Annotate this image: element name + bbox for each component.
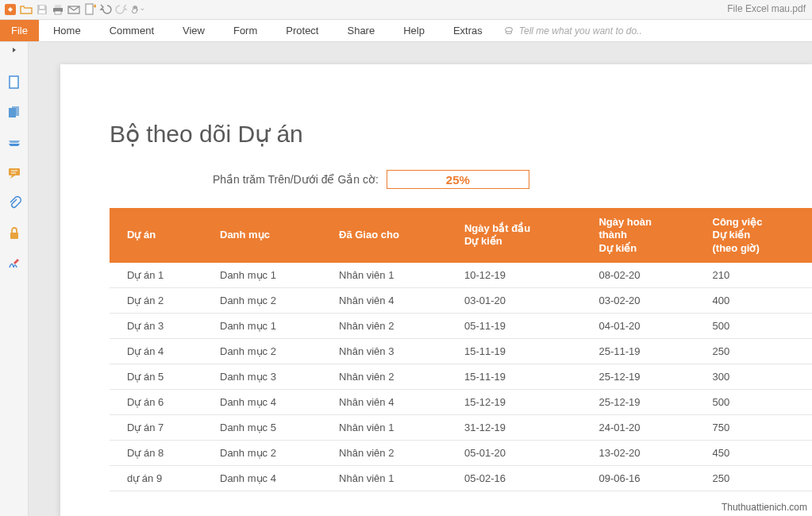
table-cell: 31-12-19 — [455, 414, 589, 440]
comment-panel-icon[interactable] — [6, 164, 23, 182]
table-row: Dự án 8Danh mục 2Nhân viên 205-01-2013-0… — [110, 440, 812, 465]
table-cell: Nhân viên 1 — [329, 414, 455, 440]
table-cell: 05-02-16 — [455, 465, 589, 491]
multipage-panel-icon[interactable] — [6, 104, 23, 121]
table-row: Dự án 7Danh mục 5Nhân viên 131-12-1924-0… — [110, 414, 812, 440]
signature-panel-icon[interactable] — [6, 255, 23, 272]
save-icon[interactable] — [35, 2, 49, 17]
email-icon[interactable] — [67, 2, 81, 17]
percent-flag-row: Phần trăm Trên/Dưới để Gắn cờ: 25% — [213, 170, 812, 189]
open-icon[interactable] — [19, 2, 33, 17]
table-cell: Nhân viên 4 — [329, 389, 455, 414]
table-cell: 13-02-20 — [589, 440, 702, 465]
undo-icon[interactable] — [98, 2, 113, 17]
tab-help[interactable]: Help — [389, 20, 439, 41]
redo-icon[interactable] — [114, 2, 129, 17]
file-tab[interactable]: File — [0, 20, 39, 41]
page-panel-icon[interactable] — [6, 74, 23, 91]
table-cell: Dự án 8 — [110, 440, 210, 465]
table-row: Dự án 2Danh mục 2Nhân viên 403-01-2003-0… — [110, 287, 812, 313]
table-cell: 400 — [703, 287, 813, 313]
table-cell: 10-12-19 — [455, 263, 589, 288]
table-cell: Nhân viên 1 — [329, 465, 455, 491]
table-cell: Nhân viên 1 — [329, 263, 455, 288]
table-row: dự án 9Danh mục 4Nhân viên 105-02-1609-0… — [110, 465, 812, 491]
tab-extras[interactable]: Extras — [439, 20, 497, 41]
sidebar — [0, 42, 29, 516]
table-cell: Danh mục 1 — [210, 313, 329, 338]
table-cell: Dự án 5 — [110, 364, 210, 389]
quick-access-toolbar: ✦ File Excel mau.pdf — [0, 0, 812, 20]
tab-share[interactable]: Share — [333, 20, 389, 41]
table-row: Dự án 5Danh mục 3Nhân viên 215-11-1925-1… — [110, 364, 812, 389]
tab-home[interactable]: Home — [39, 20, 95, 41]
table-cell: Danh mục 1 — [210, 263, 329, 288]
table-cell: 05-11-19 — [455, 313, 589, 338]
col-start: Ngày bắt đầuDự kiến — [455, 208, 589, 263]
col-category: Danh mục — [210, 208, 329, 263]
tab-protect[interactable]: Protect — [271, 20, 333, 41]
svg-rect-16 — [10, 233, 18, 239]
table-cell: Dự án 6 — [110, 389, 210, 414]
table-cell: 300 — [703, 364, 813, 389]
table-cell: 450 — [703, 440, 813, 465]
table-row: Dự án 6Danh mục 4Nhân viên 415-12-1925-1… — [110, 389, 812, 414]
table-cell: 500 — [703, 313, 813, 338]
table-cell: Nhân viên 2 — [329, 313, 455, 338]
table-header-row: Dự án Danh mục Đã Giao cho Ngày bắt đầuD… — [110, 208, 812, 263]
table-cell: Dự án 7 — [110, 414, 210, 440]
table-cell: Nhân viên 2 — [329, 364, 455, 389]
svg-rect-10 — [10, 76, 18, 88]
layers-panel-icon[interactable] — [6, 134, 23, 152]
svg-text:✦: ✦ — [92, 3, 96, 10]
table-cell: 250 — [703, 338, 813, 364]
table-cell: 25-12-19 — [589, 364, 702, 389]
percent-value: 25% — [387, 170, 529, 189]
table-cell: 05-01-20 — [455, 440, 589, 465]
table-row: Dự án 3Danh mục 1Nhân viên 205-11-1904-0… — [110, 313, 812, 338]
svg-rect-5 — [55, 11, 61, 14]
svg-rect-1 — [39, 10, 45, 13]
table-cell: 210 — [703, 263, 813, 288]
table-cell: Dự án 3 — [110, 313, 210, 338]
tell-me-placeholder: Tell me what you want to do.. — [519, 25, 642, 37]
ribbon: File Home Comment View Form Protect Shar… — [0, 20, 812, 42]
tab-form[interactable]: Form — [219, 20, 271, 41]
table-cell: Danh mục 4 — [210, 389, 329, 414]
svg-rect-12 — [12, 106, 19, 116]
project-table: Dự án Danh mục Đã Giao cho Ngày bắt đầuD… — [110, 208, 812, 491]
col-work: Công việcDự kiến(theo giờ) — [703, 208, 813, 263]
svg-rect-13 — [9, 168, 20, 175]
svg-rect-4 — [55, 5, 61, 8]
table-cell: 15-12-19 — [455, 389, 589, 414]
table-row: Dự án 1Danh mục 1Nhân viên 110-12-1908-0… — [110, 263, 812, 288]
table-cell: Danh mục 2 — [210, 338, 329, 364]
table-cell: Dự án 1 — [110, 263, 210, 288]
percent-label: Phần trăm Trên/Dưới để Gắn cờ: — [213, 173, 379, 186]
attachment-panel-icon[interactable] — [6, 194, 23, 212]
svg-rect-2 — [40, 6, 44, 9]
table-cell: 09-06-16 — [589, 465, 702, 491]
page: Bộ theo dõi Dự án Phần trăm Trên/Dưới để… — [60, 64, 812, 516]
tab-comment[interactable]: Comment — [95, 20, 168, 41]
table-cell: Danh mục 5 — [210, 414, 329, 440]
sidebar-collapse[interactable] — [0, 47, 28, 61]
tab-view[interactable]: View — [168, 20, 219, 41]
security-panel-icon[interactable] — [6, 225, 23, 242]
app-icon[interactable] — [3, 2, 17, 17]
document-heading: Bộ theo dõi Dự án — [110, 120, 812, 148]
table-cell: 08-02-20 — [589, 263, 702, 288]
table-cell: Dự án 4 — [110, 338, 210, 364]
print-icon[interactable] — [51, 2, 65, 17]
hand-icon[interactable] — [130, 2, 144, 17]
table-cell: Nhân viên 3 — [329, 338, 455, 364]
newdoc-icon[interactable]: ✦ — [83, 2, 97, 17]
table-cell: 04-01-20 — [589, 313, 702, 338]
table-cell: 24-01-20 — [589, 414, 702, 440]
col-assigned: Đã Giao cho — [329, 208, 455, 263]
table-row: Dự án 4Danh mục 2Nhân viên 315-11-1925-1… — [110, 338, 812, 364]
table-cell: Danh mục 2 — [210, 287, 329, 313]
col-end: Ngày hoànthànhDự kiến — [589, 208, 702, 263]
table-cell: Danh mục 3 — [210, 364, 329, 389]
tell-me-search[interactable]: Tell me what you want to do.. — [503, 25, 642, 37]
